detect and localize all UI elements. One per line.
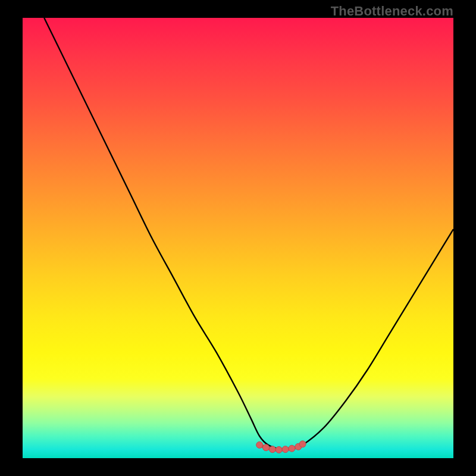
flat-region-dot: [275, 446, 282, 453]
flat-region-dot: [269, 446, 275, 453]
bottleneck-curve: [44, 18, 453, 450]
flat-region-dot: [289, 445, 295, 452]
flat-region-dot: [256, 441, 263, 448]
flat-region-dot: [299, 441, 306, 447]
plot-area: [23, 18, 453, 458]
curve-layer: [23, 18, 453, 458]
watermark-text: TheBottleneck.com: [331, 4, 453, 19]
flat-region-dot: [263, 444, 270, 451]
flat-region-dot: [282, 446, 289, 453]
chart-frame: TheBottleneck.com: [0, 0, 476, 476]
